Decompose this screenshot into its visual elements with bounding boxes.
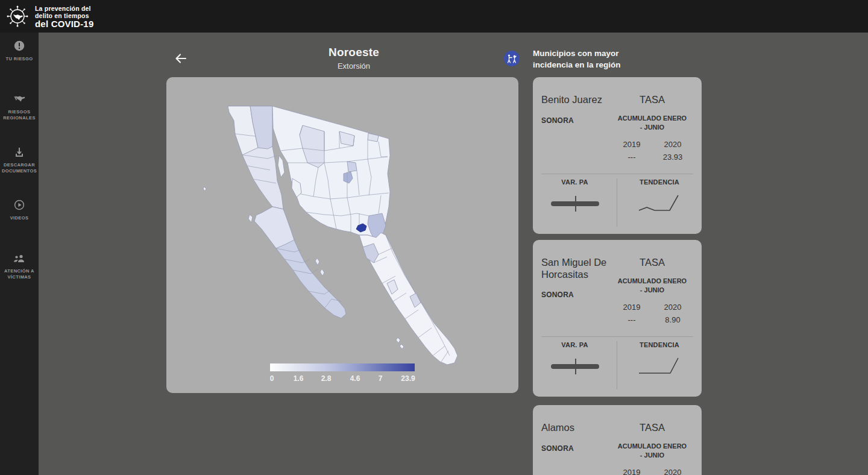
logo-line-2: delito en tiempos <box>35 12 93 19</box>
var-pa-label: VAR. PA <box>533 178 617 186</box>
tasa-2019-value: --- <box>611 315 652 324</box>
panel-heading: Municipios con mayor incidencia en la re… <box>533 48 647 71</box>
legend-stop: 23.9 <box>401 374 415 383</box>
mexico-map-icon <box>13 93 26 105</box>
sidebar-item-label: TU RIESGO <box>2 56 37 62</box>
sidebar-item-label: VIDEOS <box>2 215 37 221</box>
play-circle-icon <box>13 199 25 211</box>
tasa-2020-value: 8.90 <box>652 315 693 324</box>
trend-sparkline <box>638 194 681 212</box>
sidebar-item-label: DESCARGAR DOCUMENTOS <box>2 162 37 174</box>
page-title: Noroeste <box>263 46 444 59</box>
var-pa-label: VAR. PA <box>533 341 617 348</box>
topbar: La prevención del delito en tiempos del … <box>0 0 868 33</box>
year-2019-label: 2019 <box>611 140 652 149</box>
year-2020-label: 2020 <box>652 468 693 475</box>
legend-stop: 0 <box>270 374 274 383</box>
sidebar-item-label: RIESGOS REGIONALES <box>2 109 37 121</box>
municipality-state: SONORA <box>541 116 611 125</box>
arrow-back-icon <box>173 51 189 66</box>
tasa-2019-value: --- <box>611 153 652 162</box>
trend-sparkline <box>638 357 681 375</box>
sidebar-item-atencion-victimas[interactable]: ATENCIÓN A VÍCTIMAS <box>0 248 39 301</box>
variation-bar <box>551 201 599 206</box>
tasa-label: TASA <box>611 94 693 105</box>
legend-stop: 7 <box>379 374 383 383</box>
year-2019-label: 2019 <box>611 303 652 312</box>
covid-virus-mexico-icon <box>5 3 30 30</box>
legend-stop: 4.6 <box>350 374 360 383</box>
tasa-2020-value: 23.93 <box>652 153 693 162</box>
card-divider <box>541 174 693 174</box>
tendencia-label: TENDENCIA <box>617 178 702 186</box>
legend-stop: 1.6 <box>294 374 304 383</box>
back-button[interactable] <box>172 49 190 68</box>
map-card: 0 1.6 2.8 4.6 7 23.9 <box>166 77 518 393</box>
municipality-card[interactable]: Alamos SONORA TASA ACUMULADO ENERO - JUN… <box>533 405 702 475</box>
logo-line-1: La prevención del <box>35 5 93 12</box>
people-icon <box>13 252 26 264</box>
variation-bar <box>551 364 599 369</box>
municipality-name: San Miguel De Horcasitas <box>541 257 611 280</box>
sidebar-item-tu-riesgo[interactable]: TU RIESGO <box>0 36 39 89</box>
alert-circle-icon <box>13 40 25 52</box>
sidebar: TU RIESGO RIESGOS REGIONALES DESCARGAR D… <box>0 33 39 475</box>
region-map[interactable] <box>166 77 518 393</box>
municipality-name: Benito Juarez <box>541 94 611 106</box>
region-detail-view: Noroeste Extorsión <box>39 33 868 475</box>
sidebar-item-videos[interactable]: VIDEOS <box>0 195 39 248</box>
tasa-label: TASA <box>611 257 693 268</box>
app-logo: La prevención del delito en tiempos del … <box>5 3 93 30</box>
tasa-label: TASA <box>611 422 693 433</box>
card-divider <box>541 336 693 337</box>
map-legend-gradient <box>270 363 415 371</box>
tendencia-label: TENDENCIA <box>617 341 702 348</box>
year-2019-label: 2019 <box>611 468 652 475</box>
tasa-period-label: ACUMULADO ENERO - JUNIO <box>611 114 693 132</box>
sidebar-item-riesgos-regionales[interactable]: RIESGOS REGIONALES <box>0 89 39 142</box>
download-icon <box>13 146 25 158</box>
municipality-card[interactable]: Benito Juarez SONORA TASA ACUMULADO ENER… <box>533 77 702 234</box>
year-2020-label: 2020 <box>652 303 693 312</box>
tasa-period-label: ACUMULADO ENERO - JUNIO <box>611 277 693 295</box>
page-subtitle: Extorsión <box>263 61 444 71</box>
tasa-period-label: ACUMULADO ENERO - JUNIO <box>611 442 693 460</box>
municipality-card[interactable]: San Miguel De Horcasitas SONORA TASA ACU… <box>533 240 702 397</box>
logo-line-3: del COVID-19 <box>35 19 93 28</box>
legend-stop: 2.8 <box>321 374 332 383</box>
year-2020-label: 2020 <box>652 140 693 149</box>
municipality-state: SONORA <box>541 444 611 453</box>
sidebar-item-label: ATENCIÓN A VÍCTIMAS <box>2 268 37 280</box>
extorsion-crime-icon <box>503 50 520 67</box>
municipality-state: SONORA <box>541 291 611 299</box>
municipality-name: Alamos <box>541 422 611 434</box>
sidebar-item-descargar-documentos[interactable]: DESCARGAR DOCUMENTOS <box>0 142 39 195</box>
